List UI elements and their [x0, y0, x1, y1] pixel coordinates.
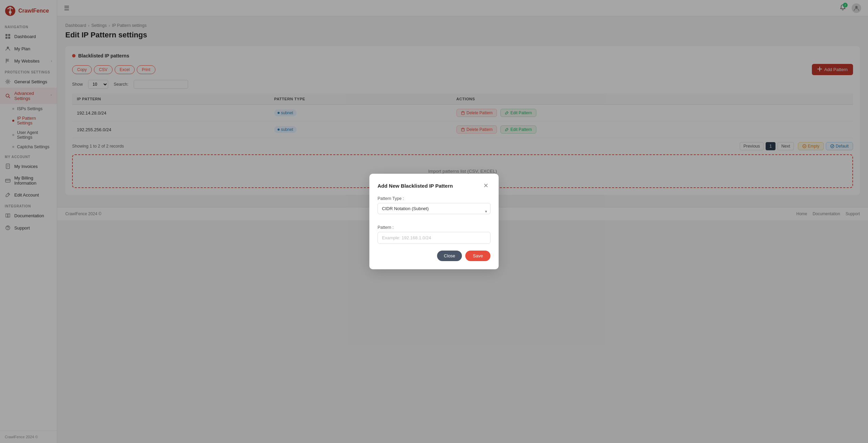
modal-save-button[interactable]: Save — [465, 251, 490, 261]
pattern-label: Pattern : — [378, 225, 490, 230]
pattern-input[interactable] — [378, 232, 490, 244]
modal-header: Add New Blacklisted IP Pattern ✕ — [378, 182, 490, 189]
modal-actions: Close Save — [378, 251, 490, 261]
modal-close-button[interactable]: Close — [437, 251, 462, 261]
modal-close-x-button[interactable]: ✕ — [481, 182, 490, 189]
pattern-type-label: Pattern Type : — [378, 196, 490, 201]
add-blacklisted-modal: Add New Blacklisted IP Pattern ✕ Pattern… — [369, 174, 499, 269]
modal-title: Add New Blacklisted IP Pattern — [378, 183, 453, 189]
pattern-type-select-wrapper: CIDR Notation (Subnet) Single IP Range — [378, 203, 490, 220]
modal-overlay: Add New Blacklisted IP Pattern ✕ Pattern… — [0, 0, 868, 443]
pattern-type-select[interactable]: CIDR Notation (Subnet) Single IP Range — [378, 203, 490, 214]
